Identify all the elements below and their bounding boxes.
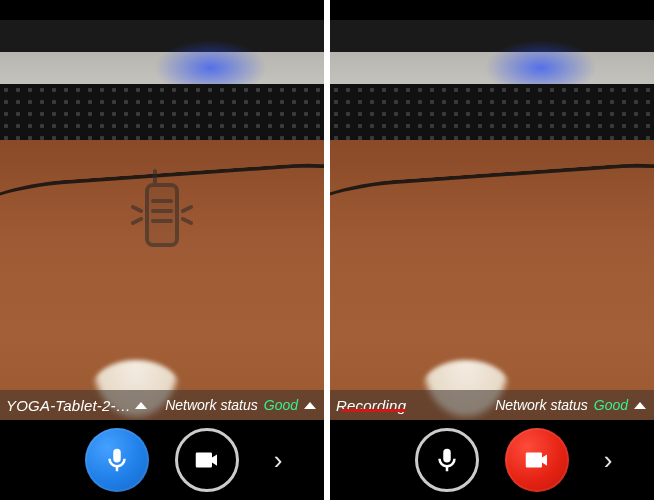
push-to-talk-button[interactable] [85, 428, 149, 492]
network-status-label: Network status [495, 397, 588, 413]
microphone-icon [432, 445, 462, 475]
camera-viewfinder[interactable] [0, 20, 324, 420]
svg-rect-0 [147, 185, 177, 245]
bottom-toolbar: › [330, 420, 654, 500]
network-status-value: Good [594, 397, 628, 413]
recording-status: Recording [336, 397, 406, 414]
chevron-up-icon[interactable] [135, 402, 147, 409]
info-strip[interactable]: YOGA-Tablet-2-… Network status Good [0, 390, 324, 420]
record-video-button[interactable] [175, 428, 239, 492]
network-status-label: Network status [165, 397, 258, 413]
screenshot-pair: YOGA-Tablet-2-… Network status Good › [0, 0, 654, 500]
video-camera-icon [522, 445, 552, 475]
svg-line-7 [183, 207, 191, 211]
svg-line-8 [183, 219, 191, 223]
network-status: Network status Good [495, 397, 646, 413]
recording-indicator [342, 409, 406, 412]
svg-line-5 [133, 207, 141, 211]
info-strip[interactable]: Recording Network status Good [330, 390, 654, 420]
connected-device: YOGA-Tablet-2-… [6, 397, 147, 414]
device-name: YOGA-Tablet-2-… [6, 397, 131, 414]
camera-viewfinder[interactable] [330, 20, 654, 420]
camera-feed-detail [330, 84, 654, 140]
network-status: Network status Good [165, 397, 316, 413]
more-button[interactable]: › [265, 445, 291, 476]
stop-recording-button[interactable] [505, 428, 569, 492]
more-button[interactable]: › [595, 445, 621, 476]
phone-left: YOGA-Tablet-2-… Network status Good › [0, 0, 324, 500]
status-bar [0, 0, 324, 20]
status-bar [330, 0, 654, 20]
network-status-value: Good [264, 397, 298, 413]
phone-right: Recording Network status Good › [330, 0, 654, 500]
bottom-toolbar: › [0, 420, 324, 500]
push-to-talk-button[interactable] [415, 428, 479, 492]
microphone-icon [102, 445, 132, 475]
video-camera-icon [192, 445, 222, 475]
chevron-up-icon[interactable] [304, 402, 316, 409]
chevron-up-icon[interactable] [634, 402, 646, 409]
camera-feed-detail [0, 84, 324, 140]
walkie-talkie-icon [127, 167, 197, 257]
svg-line-6 [133, 219, 141, 223]
